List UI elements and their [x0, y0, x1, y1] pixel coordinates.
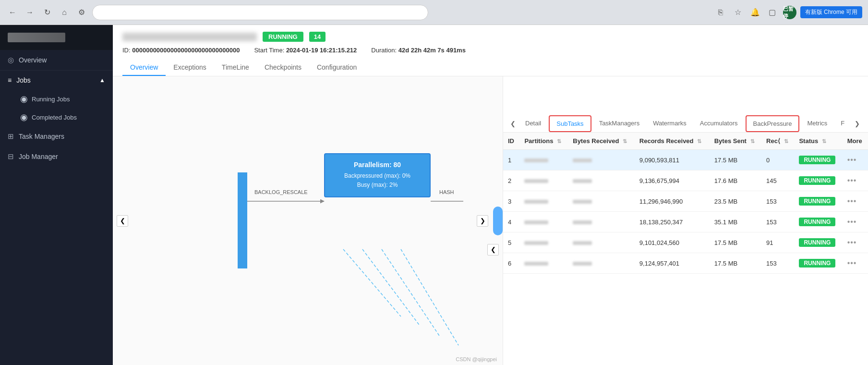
- subtask-tab-prev[interactable]: ❮: [507, 115, 518, 132]
- cell-status: RUNNING: [794, 232, 842, 253]
- cell-rec: 145: [761, 170, 794, 191]
- graph-nav-right[interactable]: ❯: [477, 215, 488, 227]
- star-icon[interactable]: ☆: [731, 6, 745, 19]
- cell-partitions: [519, 150, 568, 170]
- tab-configuration[interactable]: Configuration: [309, 60, 364, 76]
- tab-watermarks[interactable]: Watermarks: [646, 116, 693, 132]
- sidebar-jobs-section: ≡ Jobs ▲ ◉ Running Jobs ◉ Completed Jobs: [0, 70, 113, 126]
- job-manager-icon: ⊟: [8, 152, 14, 161]
- sidebar-jobs-header[interactable]: ≡ Jobs ▲: [0, 71, 113, 90]
- sidebar: ◎ Overview ≡ Jobs ▲ ◉ Running Jobs ◉ Com…: [0, 25, 113, 365]
- sidebar-item-job-manager[interactable]: ⊟ Job Manager: [0, 146, 113, 167]
- node-box-title: Parallelism: 80: [332, 161, 423, 169]
- sidebar-item-task-managers[interactable]: ⊞ Task Managers: [0, 126, 113, 146]
- table-row: 5 9,101,024,560 17.5 MB 91 RUNNING •••: [503, 232, 868, 253]
- back-button[interactable]: ←: [6, 6, 19, 19]
- profile-button[interactable]: 已暂停: [783, 6, 796, 19]
- cell-status: RUNNING: [794, 212, 842, 232]
- right-scrollbar[interactable]: [493, 207, 503, 235]
- cell-id: 6: [503, 253, 519, 274]
- screen-icon[interactable]: ⎘: [714, 6, 727, 19]
- node-box: Parallelism: 80 Backpressured (max): 0% …: [324, 153, 431, 197]
- cell-bytes-sent: 17.5 MB: [710, 150, 761, 170]
- tab-taskmanagers[interactable]: TaskManagers: [592, 116, 647, 132]
- cell-id: 4: [503, 212, 519, 232]
- table-header-row: ID Partitions ⇅ Bytes Received ⇅ Records…: [503, 133, 868, 150]
- reload-button[interactable]: ↻: [40, 6, 54, 19]
- graph-nav-left[interactable]: ❮: [117, 215, 128, 227]
- subtask-tab-next[interactable]: ❯: [851, 115, 863, 132]
- tab-f[interactable]: F: [834, 116, 851, 132]
- browser-chrome: ← → ↻ ⌂ ⚙ ⎘ ☆ 🔔 ▢ 已暂停 有新版 Chrome 可用: [0, 0, 868, 25]
- col-partitions[interactable]: Partitions ⇅: [519, 133, 568, 150]
- sidebar-item-label-overview: Overview: [19, 56, 47, 64]
- forward-button[interactable]: →: [23, 6, 36, 19]
- cell-more[interactable]: •••: [843, 253, 868, 274]
- cell-more[interactable]: •••: [843, 232, 868, 253]
- cell-more[interactable]: •••: [843, 191, 868, 212]
- sidebar-item-completed-jobs[interactable]: ◉ Completed Jobs: [0, 108, 113, 126]
- cell-bytes-received: [568, 150, 635, 170]
- cell-records-received: 9,090,593,811: [635, 150, 710, 170]
- col-bytes-sent[interactable]: Bytes Sent ⇅: [710, 133, 761, 150]
- svg-line-3: [362, 249, 420, 326]
- svg-line-2: [343, 249, 401, 316]
- content-area: BACKLOG_RESCALE HASH ALE Parallelism: 80: [113, 76, 868, 365]
- col-rec[interactable]: Rec⟨ ⇅: [761, 133, 794, 150]
- sidebar-item-overview[interactable]: ◎ Overview: [0, 50, 113, 70]
- count-badge: 14: [309, 32, 326, 42]
- tab-exceptions[interactable]: Exceptions: [166, 60, 214, 76]
- tab-checkpoints[interactable]: Checkpoints: [257, 60, 309, 76]
- cell-rec: 91: [761, 232, 794, 253]
- job-manager-label: Job Manager: [19, 153, 58, 160]
- jobs-label: Jobs: [16, 76, 31, 84]
- cell-more[interactable]: •••: [843, 150, 868, 170]
- tab-accumulators[interactable]: Accumulators: [693, 116, 745, 132]
- cell-more[interactable]: •••: [843, 170, 868, 191]
- start-time-value: 2024-01-19 16:21:15.212: [286, 47, 357, 54]
- table-row: 6 9,124,957,401 17.5 MB 153 RUNNING •••: [503, 253, 868, 274]
- cell-partitions: [519, 253, 568, 274]
- table-row: 1 9,090,593,811 17.5 MB 0 RUNNING •••: [503, 150, 868, 170]
- cell-bytes-sent: 23.5 MB: [710, 191, 761, 212]
- tab-metrics[interactable]: Metrics: [800, 116, 834, 132]
- graph-collapse-right[interactable]: ❮: [487, 244, 499, 256]
- id-label: ID: 0000000000000000000000000000000: [122, 47, 240, 54]
- start-time-label: Start Time: 2024-01-19 16:21:15.212: [254, 47, 357, 54]
- table-area: 拆分成的子任务： 用于查看是否有数据倾斜问题 反压：查看性能瓶颈的重要指标 ❮ …: [503, 76, 868, 365]
- graph-svg: BACKLOG_RESCALE HASH ALE: [113, 76, 503, 365]
- cell-bytes-received: [568, 191, 635, 212]
- node-box-busy: Busy (max): 2%: [332, 181, 423, 190]
- window-icon[interactable]: ▢: [766, 6, 779, 19]
- tab-backpressure[interactable]: BackPressure: [746, 115, 800, 132]
- home-button[interactable]: ⌂: [58, 6, 71, 19]
- cell-id: 1: [503, 150, 519, 170]
- cell-bytes-sent: 35.1 MB: [710, 212, 761, 232]
- chrome-update-button[interactable]: 有新版 Chrome 可用: [800, 6, 862, 18]
- completed-jobs-dot: ◉: [20, 113, 28, 122]
- job-meta-row: ID: 0000000000000000000000000000000 Star…: [122, 47, 858, 54]
- settings-button[interactable]: ⚙: [75, 6, 88, 19]
- task-managers-label: Task Managers: [19, 133, 64, 140]
- tab-subtasks[interactable]: SubTasks: [549, 115, 591, 132]
- sidebar-item-running-jobs[interactable]: ◉ Running Jobs: [0, 90, 113, 108]
- bell-icon[interactable]: 🔔: [748, 6, 762, 19]
- cell-rec: 153: [761, 212, 794, 232]
- col-status[interactable]: Status ⇅: [794, 133, 842, 150]
- col-records-received[interactable]: Records Received ⇅: [635, 133, 710, 150]
- tab-overview[interactable]: Overview: [122, 60, 166, 76]
- cell-partitions: [519, 232, 568, 253]
- tab-detail[interactable]: Detail: [518, 116, 548, 132]
- tab-timeline[interactable]: TimeLine: [214, 60, 257, 76]
- task-managers-icon: ⊞: [8, 132, 14, 141]
- cell-more[interactable]: •••: [843, 212, 868, 232]
- completed-jobs-label: Completed Jobs: [32, 114, 77, 121]
- col-bytes-received[interactable]: Bytes Received ⇅: [568, 133, 635, 150]
- address-bar[interactable]: [92, 5, 428, 20]
- col-more: More: [843, 133, 868, 150]
- cell-records-received: 9,124,957,401: [635, 253, 710, 274]
- running-jobs-dot: ◉: [20, 95, 28, 103]
- svg-line-5: [401, 249, 458, 345]
- cell-bytes-received: [568, 170, 635, 191]
- sidebar-logo-area: [0, 25, 113, 50]
